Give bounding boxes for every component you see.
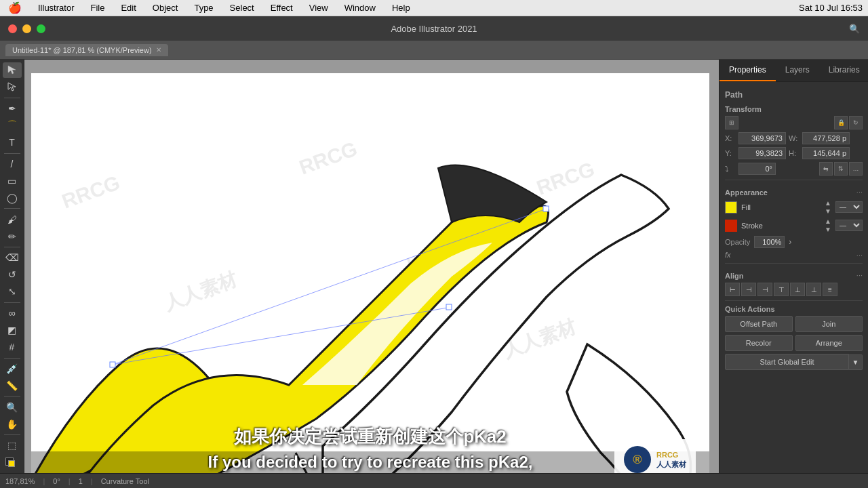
blend-tool[interactable]: ∞ [3, 306, 22, 321]
pencil-tool[interactable]: ✏ [3, 228, 22, 244]
opacity-input[interactable] [754, 236, 785, 248]
eyedropper-tool[interactable]: 💉 [3, 361, 22, 376]
search-icon[interactable]: 🔍 [849, 24, 860, 34]
global-edit-dropdown[interactable]: ▼ [849, 354, 863, 370]
fill-row[interactable]: Fill ▲ ▼ — [725, 199, 863, 215]
y-input[interactable] [738, 147, 786, 159]
flip-v-btn[interactable]: ⇅ [834, 162, 848, 176]
quick-actions-title: Quick Actions [725, 305, 863, 313]
menu-type[interactable]: Type [191, 1, 216, 14]
fill-up[interactable]: ▲ [825, 199, 831, 207]
offset-path-button[interactable]: Offset Path [725, 316, 793, 332]
global-edit-row: Start Global Edit ▼ [725, 354, 863, 370]
opacity-label: Opacity [725, 238, 750, 246]
stroke-swatch[interactable] [725, 220, 737, 232]
zoom-tool[interactable]: 🔍 [3, 399, 22, 415]
rotate-input[interactable] [738, 163, 776, 175]
stroke-down[interactable]: ▼ [825, 226, 831, 233]
flip-h-btn[interactable]: ⇆ [819, 162, 833, 176]
stroke-up[interactable]: ▲ [825, 218, 831, 225]
mesh-tool[interactable]: # [3, 340, 22, 355]
type-tool[interactable]: T [3, 135, 22, 150]
transform-section-title: Transform [725, 105, 863, 113]
toolbar-divider-7 [4, 396, 20, 396]
scale-tool[interactable]: ⤡ [3, 284, 22, 300]
maximize-button[interactable] [37, 24, 45, 33]
direct-selection-tool[interactable] [3, 79, 22, 95]
fill-stroke[interactable] [3, 455, 22, 470]
menu-edit[interactable]: Edit [118, 1, 138, 14]
artboard-tool[interactable]: ⬚ [3, 438, 22, 453]
minimize-button[interactable] [22, 24, 31, 33]
menu-window[interactable]: Window [342, 1, 378, 14]
selection-tool[interactable] [3, 62, 22, 78]
stroke-type-select[interactable]: — [835, 220, 863, 231]
align-more[interactable]: ··· [856, 271, 863, 279]
tab-close-button[interactable]: ✕ [156, 46, 161, 54]
transform-constrain[interactable]: 🔒 [834, 116, 848, 129]
qa-row-2: Recolor Arrange [725, 335, 863, 351]
document-tab[interactable]: Untitled-11* @ 187,81 % (CMYK/Preview) ✕ [5, 44, 168, 56]
stroke-row[interactable]: Stroke ▲ ▼ — [725, 218, 863, 233]
align-chart[interactable]: ≡ [823, 283, 837, 296]
h-input[interactable] [802, 147, 850, 159]
align-v-center[interactable]: ⊥ [790, 283, 805, 296]
curvature-tool[interactable]: ⌒ [3, 118, 22, 134]
eraser-tool[interactable]: ⌫ [3, 250, 22, 266]
zoom-level[interactable]: 187,81% [5, 477, 35, 485]
tab-properties[interactable]: Properties [719, 60, 776, 81]
menu-illustrator[interactable]: Illustrator [35, 1, 77, 14]
status-bar: 187,81% | 0° | 1 | Curvature Tool [0, 473, 868, 488]
menu-view[interactable]: View [307, 1, 331, 14]
tab-layers[interactable]: Layers [776, 60, 819, 81]
measure-tool[interactable]: 📏 [3, 378, 22, 393]
line-tool[interactable]: / [3, 157, 22, 172]
arrange-button[interactable]: Arrange [795, 335, 863, 351]
status-sep-1: | [43, 477, 45, 485]
menu-time: Sat 10 Jul 16:53 [799, 3, 863, 13]
w-label: W: [789, 134, 800, 142]
align-bottom-edge[interactable]: ⊥ [806, 283, 821, 296]
align-right-edge[interactable]: ⊣ [757, 283, 772, 296]
hand-tool[interactable]: ✋ [3, 416, 22, 432]
close-button[interactable] [8, 24, 17, 33]
menu-select[interactable]: Select [227, 1, 257, 14]
recolor-button[interactable]: Recolor [725, 335, 793, 351]
toolbar-divider-1 [4, 98, 20, 98]
menu-effect[interactable]: Effect [268, 1, 296, 14]
tab-libraries[interactable]: Libraries [819, 60, 868, 81]
gradient-tool[interactable]: ◩ [3, 323, 22, 338]
appearance-more[interactable]: ··· [856, 188, 863, 196]
transform-reset[interactable]: ↻ [849, 116, 863, 129]
pen-tool[interactable]: ✒ [3, 101, 22, 117]
fill-down[interactable]: ▼ [825, 207, 831, 215]
svg-rect-13 [543, 206, 549, 211]
align-top-edge[interactable]: ⊤ [774, 283, 789, 296]
paintbrush-tool[interactable]: 🖌 [3, 211, 22, 227]
transform-icon-link[interactable]: ⊞ [725, 116, 738, 129]
main-content: ✒ ⌒ T / ▭ ◯ 🖌 ✏ ⌫ ↺ ⤡ ∞ ◩ # 💉 📏 🔍 ✋ ⬚ [0, 60, 868, 473]
menu-object[interactable]: Object [150, 1, 181, 14]
more-transform[interactable]: … [849, 162, 863, 176]
join-button[interactable]: Join [795, 316, 863, 332]
divider-3 [725, 300, 863, 301]
w-input[interactable] [802, 132, 850, 144]
rectangle-tool[interactable]: ▭ [3, 173, 22, 188]
apple-menu[interactable]: 🍎 [5, 0, 24, 16]
fx-more[interactable]: ··· [856, 251, 863, 259]
x-input[interactable] [738, 132, 786, 144]
canvas-area[interactable]: RRCG 人人素材 RRCG 人人素材 RRCG 人人素材 RRCG 人人素材 [24, 60, 719, 473]
ellipse-tool[interactable]: ◯ [3, 190, 22, 205]
rotate-tool[interactable]: ↺ [3, 267, 22, 283]
menu-file[interactable]: File [87, 1, 107, 14]
fx-label[interactable]: fx [725, 251, 731, 259]
fx-row: fx ··· [725, 251, 863, 259]
menu-help[interactable]: Help [389, 1, 413, 14]
fill-swatch[interactable] [725, 201, 737, 214]
start-global-edit-button[interactable]: Start Global Edit [725, 354, 849, 370]
align-left-edge[interactable]: ⊢ [725, 283, 740, 296]
status-sep-3: | [91, 477, 93, 485]
align-h-center[interactable]: ⊣ [741, 283, 756, 296]
fill-type-select[interactable]: — [835, 201, 863, 213]
opacity-arrow-up[interactable]: › [789, 237, 791, 247]
